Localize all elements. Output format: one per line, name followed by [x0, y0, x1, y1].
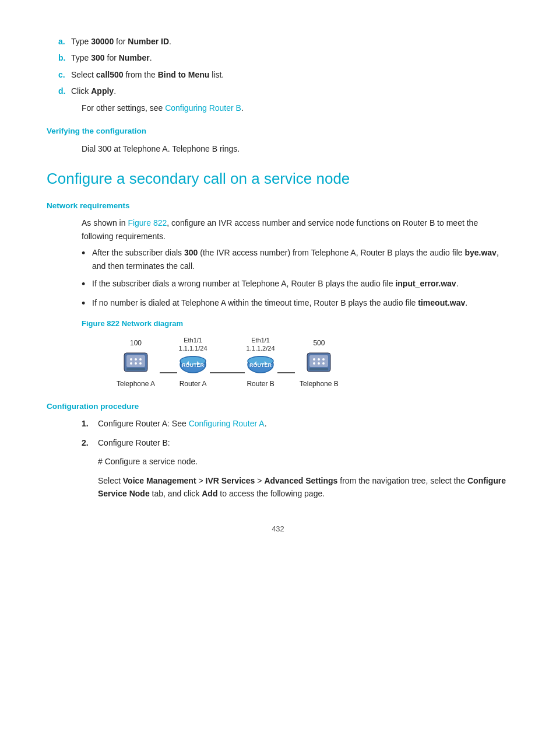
telephone-b-number: 500 [313, 338, 325, 349]
step-2-sub-1: # Configure a service node. [98, 455, 509, 468]
step-2: 2. Configure Router B: [82, 436, 509, 449]
svg-point-3 [130, 358, 132, 360]
bullet-text-2: If the subscriber dials a wrong number a… [92, 277, 459, 292]
svg-point-23 [318, 358, 320, 360]
step-2-sub-2: Select Voice Management > IVR Services >… [98, 474, 509, 501]
svg-point-7 [135, 362, 137, 365]
list-label-c: c. [58, 68, 71, 81]
list-content-d: Click Apply. [71, 85, 509, 97]
list-item-c: c. Select call500 from the Bind to Menu … [47, 68, 509, 81]
svg-point-5 [139, 358, 142, 360]
telephone-b-icon [306, 351, 332, 376]
router-b-icon: ROUTER [245, 353, 276, 376]
network-diagram: 100 Telephone A Eth1/11.1.1.1/24 [117, 336, 509, 390]
telephone-a-number: 100 [130, 338, 142, 349]
other-settings: For other settings, see Configuring Rout… [47, 102, 509, 114]
step-2-sub: # Configure a service node. Select Voice… [47, 455, 509, 500]
chapter-title: Configure a secondary call on a service … [47, 169, 509, 189]
figure-822-link[interactable]: Figure 822 [128, 218, 167, 228]
bullet-item-2: • If the subscriber dials a wrong number… [82, 277, 509, 292]
router-a-eth: Eth1/11.1.1.1/24 [179, 336, 207, 353]
page-number: 432 [47, 523, 509, 536]
list-item-b: b. Type 300 for Number. [47, 51, 509, 64]
bullet-text-1: After the subscriber dials 300 (the IVR … [92, 246, 509, 272]
router-a-icon: ROUTER [177, 353, 209, 376]
bullet-list: • After the subscriber dials 300 (the IV… [47, 246, 509, 311]
svg-point-22 [313, 358, 315, 360]
svg-point-27 [322, 362, 325, 365]
step-2-label: 2. [82, 436, 98, 449]
list-content-c: Select call500 from the Bind to Menu lis… [71, 68, 509, 81]
line-router-b-to-phone-b [277, 372, 295, 373]
svg-point-24 [322, 358, 325, 360]
step-1-label: 1. [82, 417, 98, 430]
other-settings-text: For other settings, see [82, 103, 165, 113]
step-1-text: Configure Router A: See Configuring Rout… [98, 417, 267, 430]
telephone-a-icon [123, 351, 149, 376]
bullet-text-3: If no number is dialed at Telephone A wi… [92, 296, 467, 311]
configuring-router-a-link[interactable]: Configuring Router A [189, 419, 265, 428]
other-settings-end: . [241, 103, 244, 113]
network-req-intro: As shown in [82, 218, 128, 228]
svg-point-26 [318, 362, 320, 365]
network-req-heading: Network requirements [47, 200, 509, 212]
step-1: 1. Configure Router A: See Configuring R… [82, 417, 509, 430]
list-content-a: Type 30000 for Number ID. [71, 35, 509, 48]
telephone-a-node: 100 Telephone A [117, 338, 155, 389]
network-req-intro-block: As shown in Figure 822, configure an IVR… [47, 216, 509, 243]
bullet-dot-3: • [82, 296, 92, 311]
telephone-b-node: 500 Telephone B [300, 338, 339, 389]
bullet-item-3: • If no number is dialed at Telephone A … [82, 296, 509, 311]
svg-point-6 [130, 362, 132, 365]
svg-text:ROUTER: ROUTER [182, 362, 205, 368]
figure-label: Figure 822 Network diagram [82, 318, 509, 330]
bullet-item-1: • After the subscriber dials 300 (the IV… [82, 246, 509, 272]
svg-rect-2 [126, 368, 145, 370]
list-label-d: d. [58, 85, 71, 97]
svg-point-25 [313, 362, 315, 365]
numbered-list: 1. Configure Router A: See Configuring R… [47, 417, 509, 449]
config-proc-heading: Configuration procedure [47, 400, 509, 413]
svg-text:ROUTER: ROUTER [249, 362, 272, 368]
verifying-text: Dial 300 at Telephone A. Telephone B rin… [47, 142, 509, 155]
svg-rect-1 [126, 355, 145, 367]
list-label-b: b. [58, 51, 71, 64]
telephone-a-label: Telephone A [117, 379, 155, 390]
svg-rect-21 [309, 368, 328, 370]
svg-point-4 [135, 358, 137, 360]
line-a-to-router-a [160, 372, 177, 373]
middle-connector [210, 372, 245, 373]
bullet-dot-2: • [82, 277, 92, 292]
router-b-label: Router B [247, 379, 274, 390]
top-list: a. Type 30000 for Number ID. b. Type 300… [47, 35, 509, 98]
verifying-heading: Verifying the configuration [47, 125, 509, 138]
configuring-router-b-link[interactable]: Configuring Router B [165, 103, 241, 113]
list-item-d: d. Click Apply. [47, 85, 509, 97]
list-item-a: a. Type 30000 for Number ID. [47, 35, 509, 48]
router-b-node: Eth1/11.1.1.2/24 ROUTER Router B [245, 336, 276, 390]
list-content-b: Type 300 for Number. [71, 51, 509, 64]
step-2-text: Configure Router B: [98, 436, 170, 449]
telephone-b-label: Telephone B [300, 379, 339, 390]
svg-point-8 [139, 362, 142, 365]
figure-label-block: Figure 822 Network diagram 100 Telephone… [47, 318, 509, 390]
router-b-eth: Eth1/11.1.1.2/24 [247, 336, 275, 353]
list-label-a: a. [58, 35, 71, 48]
router-a-label: Router A [180, 379, 207, 390]
router-a-node: Eth1/11.1.1.1/24 ROUTER Router A [177, 336, 209, 390]
bullet-dot-1: • [82, 246, 92, 272]
svg-rect-20 [309, 355, 328, 367]
